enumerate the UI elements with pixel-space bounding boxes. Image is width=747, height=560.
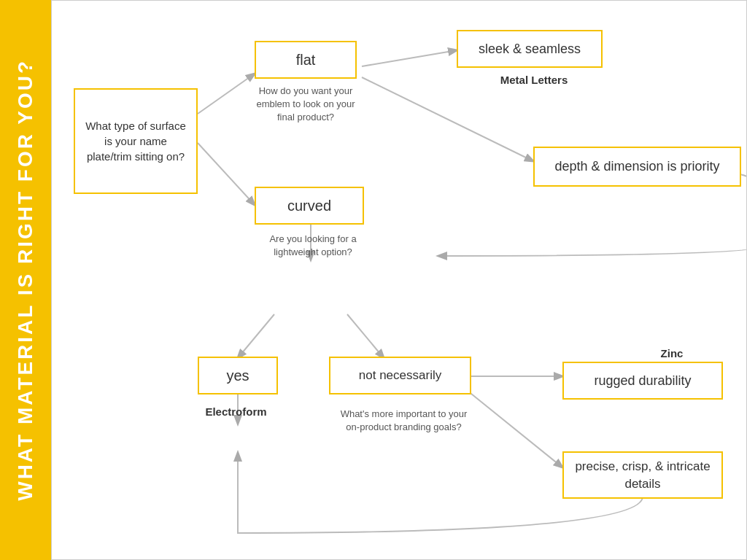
label-zinc: Zinc <box>643 347 701 359</box>
svg-line-6 <box>238 314 274 358</box>
svg-line-1 <box>198 74 255 114</box>
svg-line-2 <box>198 143 255 205</box>
box-depth: depth & dimension is priority <box>533 147 741 187</box>
svg-line-3 <box>362 50 457 66</box>
box-sleek: sleek & seamless <box>457 30 603 68</box>
svg-line-7 <box>347 314 384 358</box>
label-electroform: Electroform <box>194 405 278 418</box>
label-emblem-look: How do you want your emblem to look on y… <box>247 85 364 125</box>
box-rugged: rugged durability <box>562 362 723 400</box>
main-content: What type of surface is your name plate/… <box>51 0 747 560</box>
box-precise: precise, crisp, & intricate details <box>562 451 723 499</box>
box-flat: flat <box>255 41 357 79</box>
box-curved: curved <box>255 187 364 225</box>
svg-line-10 <box>468 391 562 467</box>
box-question-main: What type of surface is your name plate/… <box>74 88 198 194</box>
sidebar: WHAT MATERIAL IS RIGHT FOR YOU? <box>0 0 51 560</box>
label-lightweight: Are you looking for a lightweight option… <box>247 233 379 259</box>
box-yes: yes <box>198 357 278 394</box>
svg-line-4 <box>362 77 533 161</box>
label-metal-letters: Metal Letters <box>487 74 581 86</box>
sidebar-label: WHAT MATERIAL IS RIGHT FOR YOU? <box>14 59 37 501</box>
box-not-necessarily: not necessarily <box>329 357 471 394</box>
label-branding-goals: What's more important to your on-product… <box>336 408 471 434</box>
